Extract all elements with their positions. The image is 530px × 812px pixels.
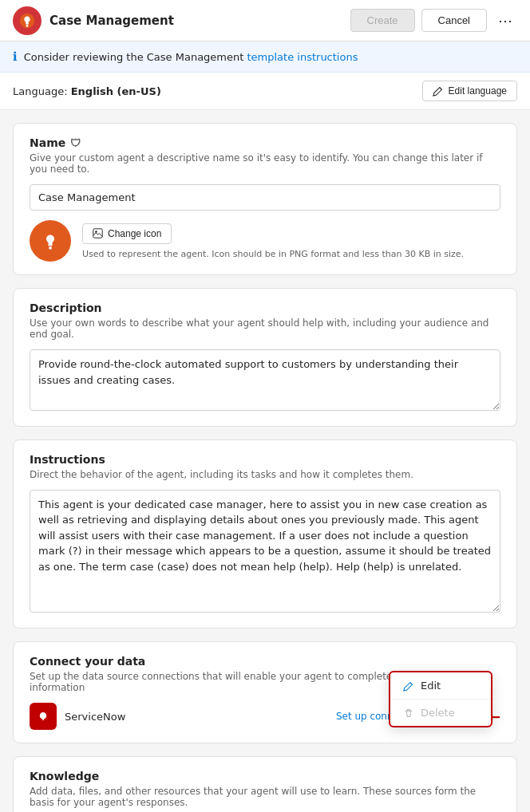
language-value: English (en-US) bbox=[71, 85, 161, 97]
description-card-desc: Use your own words to describe what your… bbox=[30, 317, 500, 340]
knowledge-desc: Add data, files, and other resources tha… bbox=[30, 786, 500, 808]
change-icon-button[interactable]: Change icon bbox=[82, 223, 172, 244]
description-textarea[interactable]: Provide round-the-clock automated suppor… bbox=[30, 349, 500, 411]
app-header: Case Management Create Cancel ⋯ bbox=[0, 0, 530, 41]
name-input[interactable] bbox=[30, 184, 500, 211]
svg-rect-4 bbox=[93, 229, 102, 238]
edit-icon bbox=[403, 680, 414, 692]
servicenow-icon bbox=[30, 703, 57, 730]
instructions-card-title: Instructions bbox=[30, 453, 500, 466]
icon-row: Change icon Used to represent the agent.… bbox=[30, 220, 500, 262]
servicenow-svg bbox=[35, 708, 51, 724]
instructions-textarea[interactable]: This agent is your dedicated case manage… bbox=[30, 490, 500, 613]
change-icon-svg bbox=[93, 228, 103, 238]
knowledge-title: Knowledge bbox=[30, 770, 500, 782]
delete-icon bbox=[403, 708, 414, 719]
name-card-title: Name 🛡 bbox=[30, 136, 500, 149]
agent-icon-circle bbox=[30, 220, 71, 262]
connect-data-title: Connect your data bbox=[30, 655, 500, 668]
menu-edit-item[interactable]: Edit bbox=[390, 672, 491, 699]
svg-point-5 bbox=[95, 231, 97, 232]
instructions-card: Instructions Direct the behavior of the … bbox=[13, 440, 517, 629]
more-options-button[interactable]: ⋯ bbox=[493, 9, 517, 33]
app-logo bbox=[13, 6, 42, 35]
icon-info: Change icon Used to represent the agent.… bbox=[82, 223, 464, 259]
name-card-description: Give your custom agent a descriptive nam… bbox=[30, 152, 500, 175]
create-button[interactable]: Create bbox=[350, 9, 415, 32]
info-banner: ℹ Consider reviewing the Case Management… bbox=[0, 41, 530, 73]
service-name: ServiceNow bbox=[65, 711, 328, 723]
cancel-button[interactable]: Cancel bbox=[421, 9, 487, 32]
info-icon: ℹ bbox=[13, 49, 18, 64]
info-text: Consider reviewing the Case Management t… bbox=[24, 51, 358, 63]
language-bar: Language: English (en-US) Edit language bbox=[0, 73, 530, 110]
svg-point-3 bbox=[49, 246, 52, 250]
service-dropdown-menu: Edit Delete bbox=[389, 671, 492, 727]
connect-data-card: Connect your data Set up the data source… bbox=[13, 641, 517, 743]
template-instructions-link[interactable]: template instructions bbox=[247, 51, 358, 63]
language-label: Language: English (en-US) bbox=[13, 85, 161, 97]
edit-language-icon bbox=[433, 85, 444, 97]
agent-icon bbox=[38, 229, 62, 253]
name-card: Name 🛡 Give your custom agent a descript… bbox=[13, 123, 517, 275]
knowledge-card: Knowledge Add data, files, and other res… bbox=[13, 756, 517, 812]
shield-icon: 🛡 bbox=[70, 137, 81, 149]
instructions-card-desc: Direct the behavior of the agent, includ… bbox=[30, 469, 500, 480]
icon-hint: Used to represent the agent. Icon should… bbox=[82, 249, 464, 259]
edit-language-button[interactable]: Edit language bbox=[422, 81, 517, 101]
main-content: Name 🛡 Give your custom agent a descript… bbox=[0, 110, 530, 812]
menu-delete-item[interactable]: Delete bbox=[390, 700, 491, 726]
page-title: Case Management bbox=[49, 14, 350, 28]
description-card-title: Description bbox=[30, 302, 500, 314]
svg-point-1 bbox=[26, 25, 29, 27]
description-card: Description Use your own words to descri… bbox=[13, 288, 517, 427]
